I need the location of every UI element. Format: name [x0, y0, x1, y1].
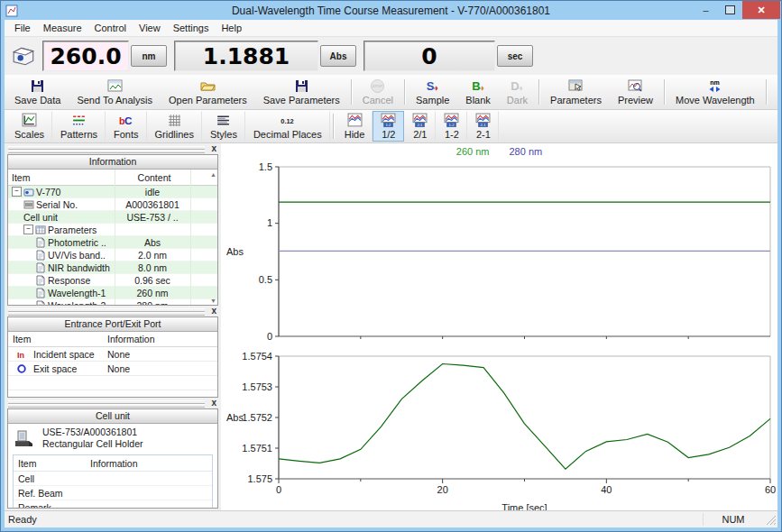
title-bar[interactable]: Dual-Wavelength Time Course Measurement … [1, 1, 781, 20]
toolbar-button-save-data[interactable]: Save Data [6, 77, 69, 107]
toolbar-button-op[interactable]: Op [769, 77, 777, 107]
toolbar-button-1-2[interactable]: 1:21/2 [373, 111, 404, 142]
svg-text:2:1: 2:1 [418, 123, 424, 127]
toolbar-button-fonts[interactable]: bCFonts [106, 111, 147, 142]
wavelength-value: 260.0 [50, 43, 121, 69]
toolbar-button-save-parameters[interactable]: Save Parameters [255, 77, 348, 107]
toolbar-button-gridlines[interactable]: Gridlines [147, 111, 202, 142]
toolbar-button-label: Move Wavelength [676, 95, 755, 105]
port-table-header: ItemInformation [8, 332, 217, 347]
port-info-cell: None [103, 349, 170, 360]
toolbar-button-cancel[interactable]: STOPCancel [354, 77, 401, 107]
port-info-cell: None [103, 363, 170, 374]
information-row-photometric[interactable]: Photometric ..Abs [8, 236, 217, 249]
port-row-exit-space[interactable]: Exit spaceNone [8, 362, 217, 376]
information-panel-grip[interactable]: x [6, 143, 219, 154]
close-icon[interactable]: x [211, 306, 216, 316]
photometric-chart: 00.511.5Abs [221, 160, 777, 351]
status-bar: Ready NUM [5, 510, 777, 527]
chart-badge-21-icon: 2:1 [412, 113, 428, 128]
toolbar-button-open-parameters[interactable]: Open Parameters [161, 77, 255, 107]
tree-item-label: Serial No. [36, 199, 78, 210]
information-row-serial-no[interactable]: Serial No.A000361801 [8, 198, 217, 211]
close-icon[interactable]: x [211, 143, 216, 153]
client-area: FileMeasureControlViewSettingsHelp 260.0… [5, 20, 777, 527]
cell-holder-icon [14, 427, 35, 449]
time-course-chart: 1.5751.57511.57521.57531.57540204060AbsT… [221, 351, 777, 510]
time-unit-button[interactable]: sec [497, 45, 533, 67]
information-panel: Information ItemContent−V-770idleSerial … [7, 154, 218, 306]
menu-item-measure[interactable]: Measure [37, 21, 88, 35]
toolbar-button-preview[interactable]: Preview [610, 77, 661, 107]
toolbar-button-parameters[interactable]: Parameters [542, 77, 610, 107]
toolbar-button-move-wavelength[interactable]: nmMove Wavelength [667, 77, 763, 107]
menu-item-settings[interactable]: Settings [167, 21, 216, 35]
scroll-up-icon[interactable]: ▲ [210, 171, 216, 178]
chart-area: 260 nm280 nm 00.511.5Abs 1.5751.57511.57… [221, 143, 777, 510]
resize-grip[interactable] [763, 512, 777, 527]
information-row-wavelength-2[interactable]: Wavelength-2280 nm [8, 299, 217, 306]
information-row-parameters[interactable]: −Parameters [8, 224, 217, 236]
decimal-icon: 0.12 [280, 113, 295, 128]
cell-row-ref-beam[interactable]: Ref. Beam [14, 486, 212, 500]
svg-text:nm: nm [711, 79, 721, 86]
toolbar-button-send-to-analysis[interactable]: Send To Analysis [69, 77, 161, 107]
wavelength-display[interactable]: 260.0 [42, 41, 129, 71]
toolbar-button-1-2[interactable]: 1-21-2 [436, 111, 467, 142]
y-tick-label: 1 [267, 217, 272, 228]
parameters-dialog-icon [568, 78, 584, 94]
collapse-toggle-icon[interactable]: − [23, 225, 33, 234]
grid-icon [167, 113, 182, 128]
information-row-response[interactable]: Response0.96 sec [8, 274, 217, 287]
chart-badge-1m2-icon: 1-2 [444, 113, 459, 128]
status-message: Ready [5, 514, 703, 525]
scroll-down-icon[interactable]: ▼ [210, 298, 216, 304]
toolbar-button-scales[interactable]: Scales [6, 111, 52, 142]
information-row-nir-bandwidth[interactable]: NIR bandwidth8.0 nm [8, 261, 217, 274]
toolbar-button-styles[interactable]: Styles [202, 111, 245, 142]
photometric-unit-button[interactable]: Abs [320, 45, 356, 67]
incident-space-icon: In [12, 349, 27, 360]
port-row-incident-space[interactable]: InIncident spaceNone [8, 347, 217, 362]
toolbar-button-decimal-places[interactable]: 0.12Decimal Places [245, 111, 330, 142]
dark-d-icon: D [510, 78, 525, 94]
x-axis-title: Time [sec] [501, 502, 547, 510]
cell-panel-grip[interactable]: x [6, 398, 219, 408]
toolbar-button-patterns[interactable]: Patterns [52, 111, 106, 142]
y-tick-label: 1.5754 [242, 351, 272, 362]
minimize-button[interactable]: – [694, 1, 718, 19]
port-panel-grip[interactable]: x [6, 306, 219, 316]
toolbar-button-2-1[interactable]: 2:12/1 [404, 111, 436, 142]
cell-row-remark[interactable]: Remark [14, 500, 212, 509]
information-row-uv-vis-band[interactable]: UV/Vis band..2.0 nm [8, 249, 217, 261]
close-icon[interactable]: x [211, 398, 216, 408]
close-button[interactable]: ✕ [742, 1, 780, 19]
information-row-cell-unit[interactable]: Cell unitUSE-753 / .. [8, 211, 217, 224]
toolbar-button-label: 2-1 [476, 129, 491, 140]
collapse-toggle-icon[interactable]: − [12, 187, 22, 197]
main-area: x Information ItemContent−V-770idleSeria… [5, 143, 777, 510]
menu-bar: FileMeasureControlViewSettingsHelp [5, 20, 777, 37]
tree-item-cell: NIR bandwidth [8, 261, 115, 273]
toolbar-button-dark[interactable]: DDark [499, 77, 536, 107]
tree-item-content: 260 nm [115, 288, 190, 298]
toolbar-button-hide[interactable]: Hide [336, 111, 373, 142]
menu-item-help[interactable]: Help [215, 21, 248, 35]
cell-row-cell[interactable]: Cell [14, 472, 212, 486]
x-tick-label: 20 [437, 484, 448, 495]
menu-item-view[interactable]: View [133, 21, 167, 35]
cell-table-header: ItemInformation [14, 455, 212, 472]
analysis-window-icon [107, 78, 123, 94]
wavelength-unit-button[interactable]: nm [131, 45, 167, 67]
toolbar-button-blank[interactable]: BBlank [457, 77, 499, 107]
cell-panel-title: Cell unit [8, 409, 217, 424]
menu-item-file[interactable]: File [8, 21, 37, 35]
toolbar-button-2-1[interactable]: 2-12-1 [467, 111, 499, 142]
information-row-v-770[interactable]: −V-770idle [8, 186, 217, 198]
maximize-button[interactable] [718, 1, 742, 19]
menu-item-control[interactable]: Control [88, 21, 133, 35]
information-row-wavelength-1[interactable]: Wavelength-1260 nm [8, 287, 217, 299]
toolbar-button-sample[interactable]: SSample [408, 77, 457, 107]
serial-icon [23, 199, 34, 210]
tree-item-content: A000361801 [115, 199, 190, 210]
